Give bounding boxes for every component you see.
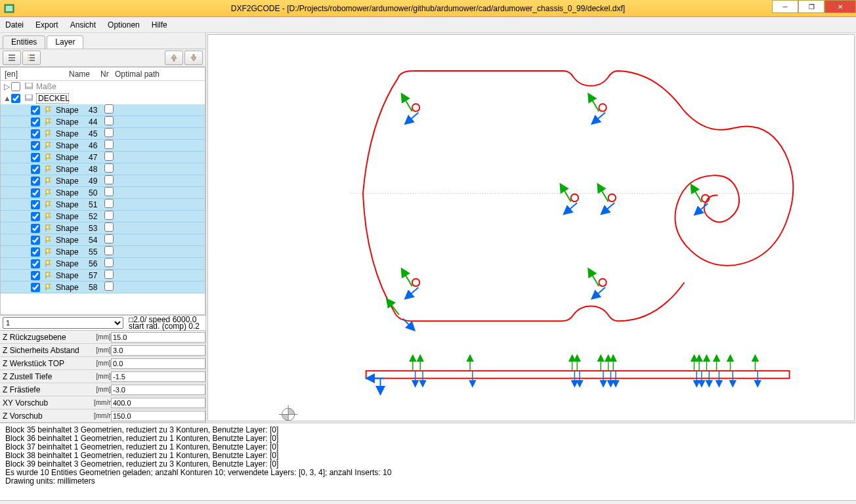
shape-row[interactable]: Shape 45 bbox=[1, 128, 205, 140]
side-panel: Entities Layer [en] Name Nr bbox=[0, 33, 206, 423]
optimal-checkbox[interactable] bbox=[104, 163, 114, 173]
shape-row[interactable]: Shape 54 bbox=[1, 234, 205, 246]
shape-flag-icon bbox=[44, 153, 53, 162]
shape-checkbox[interactable] bbox=[31, 165, 40, 174]
layer-checkbox[interactable] bbox=[11, 94, 20, 103]
menu-ansicht[interactable]: Ansicht bbox=[70, 20, 96, 30]
log-line: Es wurde 10 Entities Geometrien geladen;… bbox=[5, 469, 851, 477]
direction-arrow-blue bbox=[568, 203, 577, 210]
toggle-icon[interactable]: ▲ bbox=[3, 94, 10, 103]
shape-row[interactable]: Shape 50 bbox=[1, 187, 205, 199]
optimal-checkbox[interactable] bbox=[104, 222, 114, 232]
param-input[interactable] bbox=[111, 398, 205, 408]
shape-checkbox[interactable] bbox=[31, 141, 40, 150]
shape-checkbox[interactable] bbox=[31, 236, 40, 245]
shape-flag-icon bbox=[44, 165, 53, 174]
tree-body[interactable]: ▷ Maße ▲ DECKEL bbox=[1, 81, 205, 314]
shape-row[interactable]: Shape 46 bbox=[1, 140, 205, 152]
shape-row[interactable]: Shape 55 bbox=[1, 246, 205, 258]
svg-line-8 bbox=[403, 318, 410, 326]
shape-row[interactable]: Shape 52 bbox=[1, 211, 205, 222]
param-input[interactable] bbox=[111, 332, 205, 343]
shape-checkbox[interactable] bbox=[31, 247, 40, 257]
optimal-checkbox[interactable] bbox=[104, 211, 114, 220]
shape-nr: 56 bbox=[89, 259, 103, 268]
param-input[interactable] bbox=[111, 358, 205, 369]
optimal-checkbox[interactable] bbox=[104, 234, 114, 243]
shape-checkbox[interactable] bbox=[31, 212, 40, 221]
optimal-checkbox[interactable] bbox=[104, 282, 114, 291]
optimal-checkbox[interactable] bbox=[104, 116, 114, 125]
menu-optionen[interactable]: Optionen bbox=[108, 20, 140, 30]
param-row: Z Zustell Tiefe [mm] bbox=[0, 370, 205, 383]
param-input[interactable] bbox=[111, 371, 205, 382]
shape-checkbox[interactable] bbox=[31, 106, 40, 115]
optimal-checkbox[interactable] bbox=[104, 128, 114, 137]
menu-bar: Datei Export Ansicht Optionen Hilfe bbox=[0, 17, 856, 33]
direction-arrow-green bbox=[601, 189, 608, 201]
shape-checkbox[interactable] bbox=[31, 259, 40, 268]
optimal-checkbox[interactable] bbox=[104, 140, 114, 149]
optimal-checkbox[interactable] bbox=[104, 152, 114, 161]
tree-header-opt: Optimal path bbox=[112, 70, 205, 79]
param-label: Z Rückzugsebene bbox=[0, 333, 96, 342]
shape-checkbox[interactable] bbox=[31, 283, 40, 292]
tab-entities[interactable]: Entities bbox=[3, 35, 45, 49]
maximize-button[interactable]: ❐ bbox=[798, 0, 824, 13]
shape-checkbox[interactable] bbox=[31, 271, 40, 280]
tool-select[interactable]: 1 bbox=[3, 317, 123, 329]
layer-name-deckel[interactable]: DECKEL bbox=[36, 93, 69, 104]
shape-flag-icon bbox=[44, 200, 53, 209]
layer-checkbox[interactable] bbox=[11, 82, 20, 91]
drawing-canvas[interactable] bbox=[207, 34, 855, 421]
shape-name: Shape bbox=[56, 165, 89, 174]
optimal-checkbox[interactable] bbox=[104, 175, 114, 184]
toggle-icon[interactable]: ▷ bbox=[3, 82, 10, 91]
shape-checkbox[interactable] bbox=[31, 153, 40, 162]
shape-name: Shape bbox=[56, 177, 89, 186]
optimal-checkbox[interactable] bbox=[104, 199, 114, 208]
expand-all-button[interactable] bbox=[22, 51, 41, 65]
shape-row[interactable]: Shape 56 bbox=[1, 258, 205, 270]
optimal-checkbox[interactable] bbox=[104, 270, 114, 279]
param-input[interactable] bbox=[111, 385, 205, 395]
optimal-checkbox[interactable] bbox=[104, 104, 114, 114]
shape-row[interactable]: Shape 49 bbox=[1, 175, 205, 187]
layer-name-masse: Maße bbox=[36, 82, 69, 91]
menu-export[interactable]: Export bbox=[35, 20, 58, 30]
menu-hilfe[interactable]: Hilfe bbox=[152, 20, 167, 30]
shape-name: Shape bbox=[56, 259, 89, 268]
shape-row[interactable]: Shape 48 bbox=[1, 163, 205, 175]
param-unit: [mm] bbox=[96, 386, 111, 393]
close-button[interactable]: ✕ bbox=[824, 0, 856, 13]
shape-checkbox[interactable] bbox=[31, 200, 40, 209]
move-down-button[interactable] bbox=[184, 51, 203, 65]
shape-checkbox[interactable] bbox=[31, 129, 40, 138]
shape-name: Shape bbox=[56, 283, 89, 292]
optimal-checkbox[interactable] bbox=[104, 258, 114, 267]
shape-row[interactable]: Shape 44 bbox=[1, 116, 205, 128]
shape-row[interactable]: Shape 58 bbox=[1, 282, 205, 293]
menu-datei[interactable]: Datei bbox=[5, 20, 24, 30]
minimize-button[interactable]: ─ bbox=[772, 0, 798, 13]
shape-row[interactable]: Shape 43 bbox=[1, 104, 205, 116]
collapse-all-button[interactable] bbox=[3, 51, 21, 65]
param-label: Z Zustell Tiefe bbox=[0, 372, 96, 381]
log-panel[interactable]: Block 35 beinhaltet 3 Geometrien, reduzi… bbox=[0, 423, 856, 500]
shape-row[interactable]: Shape 51 bbox=[1, 199, 205, 211]
tab-layer[interactable]: Layer bbox=[47, 35, 83, 49]
shape-row[interactable]: Shape 47 bbox=[1, 152, 205, 163]
optimal-checkbox[interactable] bbox=[104, 187, 114, 196]
optimal-checkbox[interactable] bbox=[104, 246, 114, 255]
param-input[interactable] bbox=[111, 345, 205, 356]
shape-flag-icon bbox=[44, 212, 53, 221]
shape-checkbox[interactable] bbox=[31, 117, 40, 127]
shape-checkbox[interactable] bbox=[31, 224, 40, 233]
shape-row[interactable]: Shape 53 bbox=[1, 222, 205, 234]
param-input[interactable] bbox=[111, 411, 205, 421]
shape-flag-icon bbox=[44, 188, 53, 198]
shape-row[interactable]: Shape 57 bbox=[1, 270, 205, 282]
move-up-button[interactable] bbox=[165, 51, 183, 65]
shape-checkbox[interactable] bbox=[31, 177, 40, 186]
shape-checkbox[interactable] bbox=[31, 188, 40, 198]
